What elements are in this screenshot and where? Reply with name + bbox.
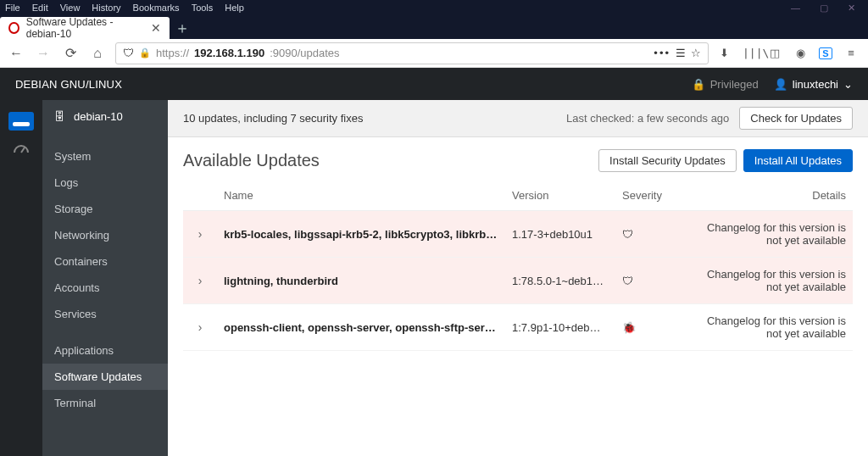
close-button[interactable]: ✕ — [847, 3, 856, 14]
page-actions-icon[interactable]: ••• — [654, 47, 670, 59]
user-menu[interactable]: 👤 linuxtechi ⌄ — [774, 78, 853, 91]
sidebar-item-system[interactable]: System — [42, 143, 168, 170]
extension-s-icon[interactable]: S — [819, 47, 832, 59]
install-all-button[interactable]: Install All Updates — [743, 149, 853, 172]
sidebar-item-logs[interactable]: Logs — [42, 170, 168, 196]
install-security-button[interactable]: Install Security Updates — [598, 149, 737, 172]
menu-tools[interactable]: Tools — [192, 3, 214, 13]
table-header-row: Name Version Severity Details — [183, 181, 853, 211]
table-row[interactable]: › lightning, thunderbird 1:78.5.0-1~deb1… — [183, 258, 853, 304]
sidebar-item-storage[interactable]: Storage — [42, 196, 168, 222]
debian-favicon-icon — [8, 22, 19, 34]
chevron-right-icon[interactable]: › — [198, 320, 203, 334]
url-scheme: https:// — [156, 47, 189, 59]
sidebar-item-networking[interactable]: Networking — [42, 222, 168, 248]
rail-gauge[interactable] — [8, 139, 34, 158]
reload-button[interactable]: ⟳ — [61, 44, 80, 63]
dashboard-icon — [13, 116, 30, 126]
browser-toolbar: ← → ⟳ ⌂ 🛡 🔒 https://192.168.1.190:9090/u… — [0, 39, 868, 68]
security-icon: 🛡 — [622, 275, 633, 287]
library-icon[interactable]: |||\ — [743, 47, 756, 59]
account-icon[interactable]: ◉ — [793, 47, 807, 59]
row-details: Changelog for this version is not yet av… — [692, 211, 853, 258]
host-name: debian-10 — [74, 110, 123, 123]
minimize-button[interactable]: — — [791, 3, 800, 14]
updates-toolbar: 10 updates, including 7 security fixes L… — [168, 100, 868, 137]
os-title: DEBIAN GNU/LINUX — [15, 78, 122, 91]
row-details: Changelog for this version is not yet av… — [692, 304, 853, 351]
updates-table: Name Version Severity Details › krb5-loc… — [183, 181, 853, 351]
row-version: 1.17-3+deb10u1 — [505, 211, 615, 258]
rail-dashboard[interactable] — [8, 112, 34, 131]
menu-bookmarks[interactable]: Bookmarks — [133, 3, 180, 13]
table-row[interactable]: › openssh-client, openssh-server, openss… — [183, 304, 853, 351]
chevron-down-icon: ⌄ — [843, 78, 853, 91]
menu-history[interactable]: History — [92, 3, 120, 13]
menu-file[interactable]: File — [5, 3, 20, 13]
sidebar-item-software-updates[interactable]: Software Updates — [42, 364, 168, 390]
downloads-icon[interactable]: ⬇ — [717, 47, 731, 59]
row-name: lightning, thunderbird — [217, 258, 505, 304]
row-name: openssh-client, openssh-server, openssh-… — [217, 304, 505, 351]
last-checked-text: Last checked: a few seconds ago — [566, 112, 729, 125]
col-details: Details — [692, 181, 853, 211]
bookmark-star-icon[interactable]: ☆ — [691, 47, 701, 59]
window-controls: — ▢ ✕ — [791, 3, 863, 14]
gauge-icon — [13, 142, 30, 154]
sidebar-item-containers[interactable]: Containers — [42, 248, 168, 275]
shield-icon: 🛡 — [123, 47, 134, 59]
row-details: Changelog for this version is not yet av… — [692, 258, 853, 304]
bug-icon: 🐞 — [622, 321, 636, 334]
page-title: Available Updates — [183, 151, 320, 170]
sidebar-item-services[interactable]: Services — [42, 301, 168, 327]
toolbar-icons: ⬇ |||\ ◫ ◉ S ≡ — [717, 47, 861, 59]
url-bar[interactable]: 🛡 🔒 https://192.168.1.190:9090/updates •… — [115, 42, 709, 64]
privileged-indicator[interactable]: 🔒 Privileged — [692, 78, 759, 91]
sidebar-item-accounts[interactable]: Accounts — [42, 275, 168, 301]
security-icon: 🛡 — [622, 228, 633, 241]
col-severity: Severity — [615, 181, 692, 211]
sidebar: 🗄 debian-10 System Logs Storage Networki… — [42, 100, 168, 456]
browser-tabstrip: Software Updates - debian-10 ✕ ＋ — [0, 15, 868, 39]
page-heading-row: Available Updates Install Security Updat… — [183, 149, 853, 172]
maximize-button[interactable]: ▢ — [819, 3, 828, 14]
svg-line-1 — [21, 147, 25, 153]
menu-edit[interactable]: Edit — [32, 3, 48, 13]
menu-view[interactable]: View — [60, 3, 81, 13]
sidebar-item-applications[interactable]: Applications — [42, 337, 168, 364]
browser-tab[interactable]: Software Updates - debian-10 ✕ — [0, 17, 170, 39]
menu-help[interactable]: Help — [225, 3, 244, 13]
check-updates-button[interactable]: Check for Updates — [739, 107, 853, 130]
home-button[interactable]: ⌂ — [88, 44, 107, 63]
new-tab-button[interactable]: ＋ — [170, 17, 195, 39]
row-version: 1:78.5.0-1~deb1… — [505, 258, 615, 304]
sidebar-item-terminal[interactable]: Terminal — [42, 390, 168, 416]
cockpit-header: DEBIAN GNU/LINUX 🔒 Privileged 👤 linuxtec… — [0, 68, 868, 100]
main-layout: 🗄 debian-10 System Logs Storage Networki… — [0, 100, 868, 456]
row-version: 1:7.9p1-10+deb… — [505, 304, 615, 351]
svg-rect-0 — [13, 122, 30, 126]
reader-mode-icon[interactable]: ☰ — [676, 47, 686, 59]
col-version: Version — [505, 181, 615, 211]
col-name: Name — [217, 181, 505, 211]
forward-button[interactable]: → — [34, 44, 53, 63]
sidebar-host[interactable]: 🗄 debian-10 — [42, 100, 168, 133]
url-host: 192.168.1.190 — [194, 47, 264, 59]
lock-icon: 🔒 — [692, 78, 705, 91]
chevron-right-icon[interactable]: › — [198, 227, 203, 241]
url-suffix: :9090/updates — [270, 47, 339, 59]
nav-rail — [0, 100, 42, 456]
table-row[interactable]: › krb5-locales, libgssapi-krb5-2, libk5c… — [183, 211, 853, 258]
tab-close-icon[interactable]: ✕ — [151, 22, 161, 34]
app-menu-icon[interactable]: ≡ — [844, 47, 858, 59]
tab-title: Software Updates - debian-10 — [26, 16, 144, 40]
lock-icon: 🔒 — [139, 47, 151, 58]
sidebar-icon[interactable]: ◫ — [768, 47, 782, 59]
chevron-right-icon[interactable]: › — [198, 274, 203, 287]
row-name: krb5-locales, libgssapi-krb5-2, libk5cry… — [217, 211, 505, 258]
updates-summary: 10 updates, including 7 security fixes — [183, 112, 363, 125]
user-icon: 👤 — [774, 78, 787, 91]
server-icon: 🗄 — [54, 110, 65, 123]
content-area: 10 updates, including 7 security fixes L… — [168, 100, 868, 456]
back-button[interactable]: ← — [7, 44, 25, 63]
